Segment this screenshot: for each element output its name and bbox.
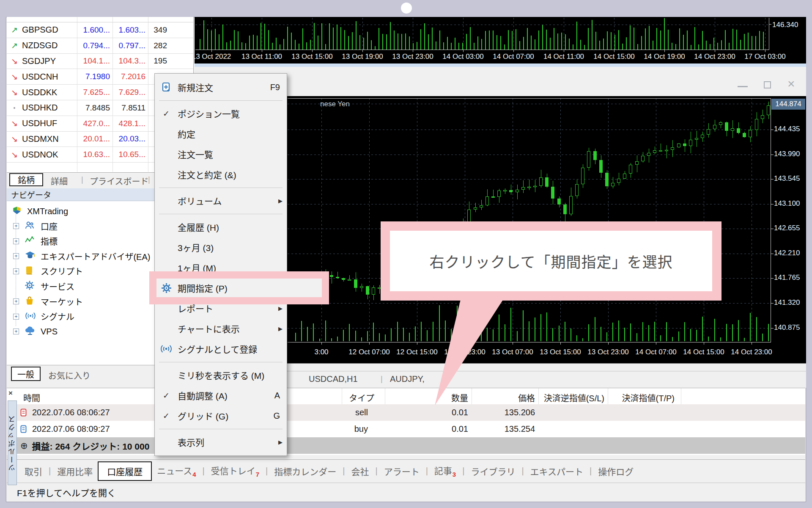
chart-tab-audjpy[interactable]: AUDJPY,: [390, 374, 425, 384]
menu-item-show-on-chart[interactable]: チャートに表示▶: [155, 318, 287, 339]
menu-item-grid[interactable]: ✓グリッド (G)G: [155, 406, 287, 426]
tab-news[interactable]: ニュース4: [156, 464, 197, 478]
tab-common[interactable]: 一般: [11, 367, 41, 381]
tab-account-history[interactable]: 口座履歴: [98, 461, 152, 481]
indicators-icon: [25, 235, 35, 247]
market-icon: [25, 295, 35, 307]
tab-badge: 7: [256, 471, 259, 478]
menu-item-register-signal[interactable]: シグナルとして登録: [155, 339, 287, 359]
window-title-strip: [195, 64, 806, 67]
market-watch-row[interactable]: ↗NZDSGD0.794...0.797...282: [7, 38, 193, 54]
cell-volume: 0.01: [385, 424, 468, 434]
column-header-time[interactable]: 時間: [23, 392, 40, 404]
volume-bar: [398, 33, 398, 50]
tab-company[interactable]: 会社: [350, 465, 370, 478]
tab-library[interactable]: ライブラリ: [470, 465, 516, 478]
volume-bar: [401, 34, 402, 50]
menu-item-orders-deals[interactable]: 注文と約定 (&): [155, 164, 287, 185]
cell: [113, 163, 148, 172]
candle-body: [689, 140, 692, 146]
tab-details[interactable]: 詳細: [51, 175, 68, 187]
ask-value: 7.2016: [121, 72, 145, 81]
tab-priceboard[interactable]: プライスボード: [90, 175, 148, 187]
tab-experts[interactable]: エキスパート: [529, 465, 584, 478]
toolbox-vertical-tab[interactable]: ツールボックス: [8, 400, 17, 485]
menu-item-new-order[interactable]: 新規注文F9: [155, 77, 287, 97]
expand-icon[interactable]: +: [13, 298, 19, 304]
price-label: 144.435: [774, 125, 800, 133]
ask-cell: 0.797...: [113, 38, 148, 53]
expand-icon[interactable]: +: [13, 314, 19, 320]
menu-item-three-months[interactable]: 3ヶ月 (3): [155, 237, 287, 257]
candle-body: [671, 147, 674, 150]
chart-tab-usdcad[interactable]: USDCAD,H1: [309, 374, 358, 384]
volume-bar: [622, 44, 623, 50]
sidebar-item-label: マーケット: [41, 295, 83, 308]
menu-item-orders[interactable]: 注文一覧: [155, 144, 287, 164]
market-watch-row[interactable]: ↗GBPSGD1.600...1.603...349: [7, 22, 193, 38]
symbol-label: NZDSGD: [22, 41, 58, 50]
column-header-tp[interactable]: 決済指値(T/P): [608, 392, 675, 404]
column-header-sl[interactable]: 決済逆指値(S/L): [538, 392, 604, 404]
volume-bar: [702, 317, 703, 341]
volume-bar: [571, 329, 571, 341]
volume-bar: [367, 32, 368, 50]
menu-item-auto-arrange[interactable]: ✓自動調整 (A)A: [155, 385, 287, 406]
tab-articles[interactable]: 記事3: [433, 464, 457, 478]
ask-value: 428.1...: [119, 119, 145, 128]
bid-value: 20.01...: [83, 134, 110, 144]
market-watch-row[interactable]: ↘SGDJPY104.1...104.3...195: [7, 54, 193, 69]
menu-item-all-history[interactable]: 全履歴 (H): [155, 217, 287, 237]
tab-trade[interactable]: 取引: [24, 465, 43, 478]
tab-exposure[interactable]: 運用比率: [56, 465, 93, 478]
menu-item-volume[interactable]: ボリューム▶: [155, 190, 287, 211]
column-header-type[interactable]: タイプ: [342, 392, 374, 404]
column-header-price[interactable]: 価格: [472, 392, 535, 404]
price-tick: [771, 229, 774, 229]
expand-icon[interactable]: +: [13, 329, 19, 334]
menu-item-columns[interactable]: 表示列▶: [155, 432, 287, 452]
tab-journal[interactable]: 操作ログ: [597, 465, 634, 478]
tab-favorites[interactable]: お気に入り: [48, 369, 91, 381]
volume-bar: [713, 38, 714, 50]
expand-icon[interactable]: +: [13, 223, 19, 229]
volume-bar: [318, 36, 318, 50]
volume-bar: [386, 34, 387, 50]
plus-circle-icon[interactable]: ⊕: [20, 441, 28, 451]
time-tick: [704, 342, 704, 345]
maximize-icon[interactable]: [764, 81, 771, 88]
volume-bar: [750, 313, 751, 341]
time-label: 12 Oct 07:00: [348, 348, 390, 356]
header-label: 決済指値(T/P): [622, 394, 675, 403]
volume-bar: [683, 35, 684, 50]
tab-mailbox[interactable]: 受信トレイ7: [210, 464, 260, 478]
trend-down-icon: ↘: [7, 119, 22, 128]
minimize-icon[interactable]: [738, 86, 748, 87]
table-row[interactable]: 2022.07.06 08:06:27sell0.01135.206: [17, 404, 805, 421]
expand-icon[interactable]: +: [13, 268, 19, 274]
expand-icon[interactable]: +: [13, 238, 19, 244]
table-row[interactable]: 2022.07.06 08:09:27buy0.01135.254: [17, 421, 805, 437]
vps-icon: [25, 326, 36, 337]
candle-body: [707, 129, 710, 135]
menu-item-positions[interactable]: ✓ポジション一覧: [155, 103, 287, 124]
column-header-volume[interactable]: 数量: [385, 392, 468, 404]
volume-bar: [413, 43, 414, 50]
close-icon[interactable]: ×: [787, 77, 795, 90]
menu-item-show-milliseconds[interactable]: ミリ秒を表示する (M): [155, 365, 287, 385]
volume-bar: [694, 27, 695, 50]
bid-cell: 427.0...: [77, 116, 113, 131]
tab-alerts[interactable]: アラート: [383, 465, 420, 478]
symbol-label: GBPSGD: [22, 25, 58, 35]
tab-symbols[interactable]: 銘柄: [9, 173, 43, 186]
candle-body: [749, 130, 752, 137]
gridline-h: [288, 303, 771, 304]
volume-bar: [321, 23, 322, 50]
volume-bar: [337, 337, 338, 341]
tab-calendar[interactable]: 指標カレンダー: [273, 465, 337, 478]
toolbox-close-icon[interactable]: ×: [8, 389, 13, 398]
volume-bar: [249, 36, 250, 50]
menu-item-deals[interactable]: 約定: [155, 124, 287, 144]
volume-bar: [542, 25, 543, 50]
expand-icon[interactable]: +: [13, 253, 19, 259]
